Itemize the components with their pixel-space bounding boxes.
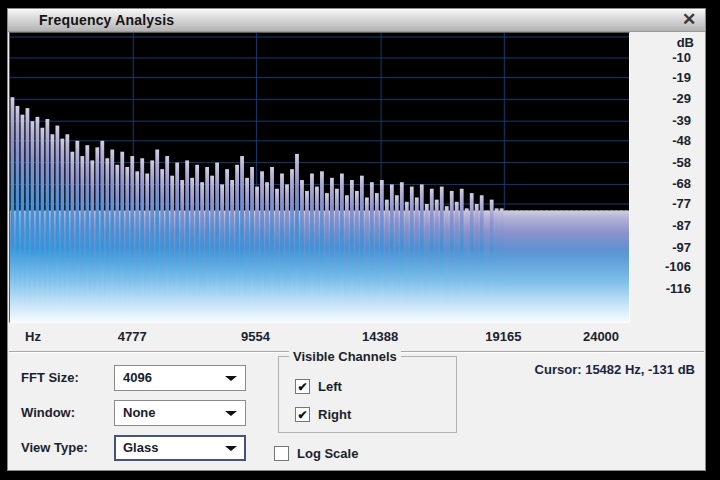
title-bar[interactable]: Frequency Analysis ✕ (8, 9, 705, 32)
left-channel-label: Left (318, 379, 342, 394)
view-type-value: Glass (123, 440, 158, 455)
left-channel-checkbox[interactable]: ✔ (295, 379, 310, 394)
hz-tick-label: 9554 (241, 329, 270, 344)
spectrum-chart[interactable] (9, 32, 630, 323)
db-tick-label: -68 (631, 176, 705, 191)
db-tick-label: -87 (631, 218, 705, 233)
db-tick-label: -39 (631, 113, 705, 128)
close-icon[interactable]: ✕ (676, 9, 702, 31)
db-tick-label: -29 (631, 91, 705, 106)
window-fn-value: None (123, 405, 156, 420)
hz-tick-label: 14388 (362, 329, 398, 344)
hz-tick-label: 19165 (485, 329, 521, 344)
db-tick-label: -10 (631, 50, 705, 65)
visible-channels-legend: Visible Channels (289, 349, 401, 364)
cursor-readout: Cursor: 15482 Hz, -131 dB (535, 362, 695, 377)
db-tick-label: -58 (631, 155, 705, 170)
window-fn-label: Window: (21, 405, 75, 420)
frequency-analysis-dialog: Frequency Analysis ✕ dB-10-19-29-39-48-5… (7, 8, 706, 471)
right-channel-label: Right (318, 407, 351, 422)
checkmark-icon: ✔ (297, 380, 307, 394)
checkmark-icon: ✔ (297, 408, 307, 422)
fft-size-value: 4096 (123, 370, 152, 385)
db-tick-label: -77 (631, 196, 705, 211)
log-scale-checkbox[interactable]: ✔ (274, 446, 289, 461)
db-axis-unit: dB (631, 35, 705, 50)
hz-tick-label: 24000 (583, 329, 619, 344)
db-tick-label: -106 (631, 259, 705, 274)
log-scale-label: Log Scale (297, 446, 358, 461)
fft-size-label: FFT Size: (21, 370, 79, 385)
hz-tick-label: 4777 (118, 329, 147, 344)
fft-size-combobox[interactable]: 4096 (114, 365, 246, 391)
dropdown-arrow-icon (225, 411, 237, 416)
right-channel-checkbox[interactable]: ✔ (295, 407, 310, 422)
view-type-label: View Type: (21, 440, 88, 455)
view-type-combobox[interactable]: Glass (114, 435, 246, 461)
db-tick-label: -97 (631, 240, 705, 255)
dropdown-arrow-icon (225, 376, 237, 381)
dropdown-arrow-icon (225, 446, 237, 451)
db-axis: dB-10-19-29-39-48-58-68-77-87-97-106-116 (631, 33, 705, 325)
db-tick-label: -48 (631, 133, 705, 148)
window-title: Frequency Analysis (39, 12, 174, 28)
db-tick-label: -19 (631, 70, 705, 85)
hz-axis: Hz47779554143881916524000 (9, 325, 630, 350)
hz-axis-unit: Hz (25, 329, 41, 344)
db-tick-label: -116 (631, 281, 705, 296)
window-fn-combobox[interactable]: None (114, 400, 246, 426)
